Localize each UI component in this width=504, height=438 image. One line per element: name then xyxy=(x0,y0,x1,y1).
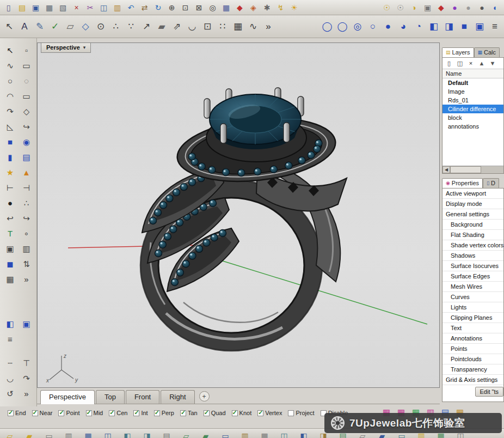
curve-flat-icon[interactable]: ◡ xyxy=(2,370,19,386)
leader-icon[interactable]: ↗ xyxy=(139,19,154,35)
osnap-checkbox[interactable] xyxy=(288,410,294,416)
zoom-dynamic-icon[interactable]: ⊕ xyxy=(165,2,179,14)
cplane-icon[interactable]: ▱ xyxy=(63,19,78,35)
property-row[interactable]: Background xyxy=(442,220,503,230)
property-row[interactable]: Shadows xyxy=(442,251,503,261)
point-cloud-icon[interactable]: ∴ xyxy=(19,195,35,210)
bottom-tool-c-icon[interactable]: ▭ xyxy=(219,430,232,438)
move-layer-down-icon[interactable]: ▼ xyxy=(488,59,497,68)
zoom-window-icon[interactable]: ⊡ xyxy=(179,2,192,14)
property-row[interactable]: Mesh Wires xyxy=(442,282,503,292)
osnap-tool-icon[interactable]: ∵ xyxy=(124,19,139,35)
osnap-checkbox[interactable] xyxy=(58,410,64,416)
circle-center-icon[interactable]: ⊙ xyxy=(93,19,108,35)
bottom-shape2-icon[interactable]: ◨ xyxy=(140,430,153,438)
rectangle-icon[interactable]: ▭ xyxy=(19,88,35,104)
bottom-tool-d-icon[interactable]: ▥ xyxy=(238,430,251,438)
viewport-tab[interactable]: Front xyxy=(126,390,159,404)
delete-icon[interactable]: × xyxy=(70,2,83,14)
layers-horizontal-scrollbar[interactable]: ◀ xyxy=(442,166,503,173)
rainbow-sphere-icon[interactable]: ● xyxy=(448,2,462,14)
point-grid-icon[interactable]: ∷ xyxy=(215,19,230,35)
circle-pair-icon[interactable]: ◎ xyxy=(350,19,365,35)
panel-tab[interactable]: ▤ Layers xyxy=(442,47,474,57)
save-icon[interactable]: ▣ xyxy=(29,2,42,14)
gem-material-icon[interactable]: ◆ xyxy=(434,2,448,14)
property-row[interactable]: Curves xyxy=(442,292,503,302)
bottom-grid2-icon[interactable]: ▤ xyxy=(160,430,173,438)
osnap-checkbox[interactable] xyxy=(109,410,115,416)
lamp-on-icon[interactable]: ☉ xyxy=(380,2,394,14)
select-arrow-icon[interactable]: ↖ xyxy=(2,42,19,58)
property-row[interactable]: Clipping Planes xyxy=(442,313,503,323)
scrollbar-thumb[interactable] xyxy=(450,166,481,173)
property-row[interactable]: General settings xyxy=(442,209,503,220)
osnap-toggle[interactable]: Int xyxy=(133,410,147,416)
osnap-checkbox[interactable] xyxy=(86,410,92,416)
osnap-toggle[interactable]: End xyxy=(8,410,26,416)
property-row[interactable]: Display mode xyxy=(442,199,503,209)
select-rect-icon[interactable]: ▭ xyxy=(19,58,35,73)
box-stack-icon[interactable]: ▣ xyxy=(472,19,487,35)
dimension-icon[interactable]: ✎ xyxy=(32,19,47,35)
Image[interactable]: Image xyxy=(442,87,503,96)
text-tool-icon[interactable]: A xyxy=(17,19,32,35)
box-icon[interactable]: ■ xyxy=(2,134,19,149)
bottom-cell-icon[interactable]: ◫ xyxy=(101,430,114,438)
history-icon[interactable]: ✓ xyxy=(47,19,63,35)
osnap-toggle[interactable]: Vertex xyxy=(257,410,282,416)
polygon-icon[interactable]: ◇ xyxy=(19,104,35,119)
select-window-icon[interactable]: ⊡ xyxy=(200,19,215,35)
zoom-selected-icon[interactable]: ◎ xyxy=(206,2,219,14)
property-row[interactable]: Flat Shading xyxy=(442,230,503,240)
bottom-tool-f-icon[interactable]: ◫ xyxy=(278,430,291,438)
print-preview-icon[interactable]: ▧ xyxy=(56,2,70,14)
window-display-icon[interactable]: ▣ xyxy=(19,316,35,331)
block-icon[interactable]: ▣ xyxy=(2,241,19,256)
measure-icon[interactable]: ⊤ xyxy=(19,355,35,370)
render-preview-icon[interactable]: ◈ xyxy=(247,2,260,14)
bottom-folder-open-icon[interactable]: ▰ xyxy=(23,430,36,438)
lamp-off-icon[interactable]: ☉ xyxy=(394,2,407,14)
align-icon[interactable]: ⇅ xyxy=(19,256,35,271)
extrude-icon[interactable]: ⇗ xyxy=(169,19,185,35)
bottom-doc-icon[interactable]: ▭ xyxy=(42,430,56,438)
viewport-tab[interactable]: Top xyxy=(96,390,125,404)
arc-icon[interactable]: ◠ xyxy=(2,88,19,104)
render-icon[interactable]: ◆ xyxy=(233,2,247,14)
property-row[interactable]: Transparency xyxy=(442,364,503,375)
open-file-icon[interactable]: ▤ xyxy=(15,2,29,14)
lamp-split-icon[interactable]: ◑ xyxy=(407,2,421,14)
freeform-curve-icon[interactable]: ↷ xyxy=(2,104,19,119)
osnap-checkbox[interactable] xyxy=(32,410,38,416)
bottom-tool-g-icon[interactable]: ◧ xyxy=(297,430,310,438)
osnap-checkbox[interactable] xyxy=(154,410,160,416)
Cilinder difference[interactable]: Cilinder difference xyxy=(442,105,503,113)
viewport-perspective[interactable]: Perspective ▾ xyxy=(37,42,440,388)
circle-deform-icon[interactable]: ◌ xyxy=(19,73,35,88)
spotlight-icon[interactable]: ↯ xyxy=(274,2,287,14)
osnap-toggle[interactable]: Project xyxy=(288,410,314,416)
zoom-extents-icon[interactable]: ⊠ xyxy=(192,2,206,14)
torus-icon[interactable]: ◯ xyxy=(319,19,335,35)
text-icon[interactable]: T xyxy=(2,226,19,241)
osnap-checkbox[interactable] xyxy=(8,410,14,416)
osnap-checkbox[interactable] xyxy=(133,410,139,416)
bottom-table-icon[interactable]: ▦ xyxy=(82,430,95,438)
osnap-toggle[interactable]: Mid xyxy=(86,410,103,416)
pixel-grid-icon[interactable]: ▦ xyxy=(2,271,19,287)
list-display-icon[interactable]: ≡ xyxy=(2,331,19,346)
osnap-toggle[interactable]: Near xyxy=(32,410,53,416)
copy-icon[interactable]: ◫ xyxy=(97,2,110,14)
Default[interactable]: Default xyxy=(442,78,503,87)
snap-dots-icon[interactable]: ∴ xyxy=(108,19,124,35)
extract-icon[interactable]: ⊢ xyxy=(2,180,19,195)
point-icon[interactable]: ▫ xyxy=(19,42,35,58)
boolean-difference-icon[interactable]: ◧ xyxy=(426,19,441,35)
osnap-checkbox[interactable] xyxy=(232,410,238,416)
sun-icon[interactable]: ☀ xyxy=(287,2,301,14)
sphere-solid-icon[interactable]: ● xyxy=(380,19,396,35)
offset-surface-icon[interactable]: ◔ xyxy=(411,19,426,35)
curve-hook-left-icon[interactable]: ↩ xyxy=(2,210,19,226)
surface-tool-icon[interactable]: ▰ xyxy=(154,19,169,35)
